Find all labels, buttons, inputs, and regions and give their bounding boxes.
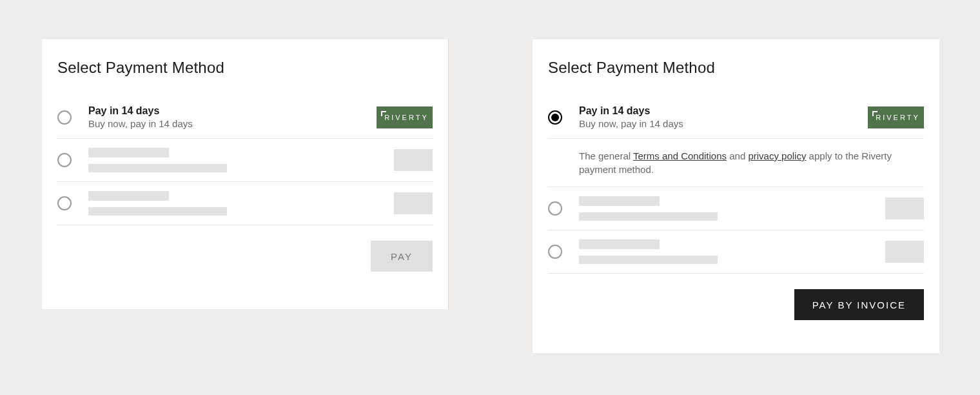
placeholder-badge [394,192,433,214]
placeholder-title-skeleton [579,196,660,206]
placeholder-title-skeleton [88,191,169,201]
radio-unchecked-icon[interactable] [57,110,72,125]
riverty-badge: RIVERTY [868,106,924,128]
payment-option-text: Pay in 14 days Buy now, pay in 14 days [88,105,377,129]
panel-title: Select Payment Method [548,59,924,77]
placeholder-subtitle-skeleton [579,256,718,264]
privacy-link[interactable]: privacy policy [748,150,806,161]
panel-title: Select Payment Method [57,59,433,77]
consent-prefix: The general [579,150,633,161]
radio-unchecked-icon[interactable] [57,196,72,210]
riverty-corner-icon [381,111,386,116]
placeholder-badge [885,241,924,263]
placeholder-badge [394,149,433,171]
placeholder-text [88,191,394,216]
riverty-badge-label: RIVERTY [872,114,919,121]
radio-unchecked-icon[interactable] [57,153,72,167]
placeholder-text [579,239,885,264]
riverty-corner-icon [872,111,877,116]
panel-inner: Select Payment Method Pay in 14 days Buy… [533,39,939,336]
payment-option-text: Pay in 14 days Buy now, pay in 14 days [579,105,868,129]
payment-panel-selected: Select Payment Method Pay in 14 days Buy… [533,39,939,353]
payment-option-placeholder-row[interactable] [548,230,924,274]
consent-mid: and [727,150,748,161]
placeholder-text [579,196,885,221]
riverty-badge: RIVERTY [377,106,433,128]
payment-option-row[interactable]: Pay in 14 days Buy now, pay in 14 days R… [57,96,433,139]
placeholder-title-skeleton [579,239,660,249]
panel-footer: PAY BY INVOICE [548,274,924,320]
radio-unchecked-icon[interactable] [548,201,562,216]
consent-text: The general Terms and Conditions and pri… [548,139,924,187]
placeholder-badge [885,198,924,219]
placeholder-subtitle-skeleton [88,164,227,172]
radio-unchecked-icon[interactable] [548,245,562,259]
payment-option-title: Pay in 14 days [88,105,377,117]
radio-checked-icon[interactable] [548,110,562,125]
panel-footer: PAY [57,225,433,272]
terms-link[interactable]: Terms and Conditions [633,150,727,161]
payment-option-title: Pay in 14 days [579,105,868,117]
pay-button[interactable]: PAY [371,241,433,272]
payment-panel-unselected: Select Payment Method Pay in 14 days Buy… [42,39,449,309]
placeholder-title-skeleton [88,148,169,157]
payment-option-row[interactable]: Pay in 14 days Buy now, pay in 14 days R… [548,96,924,139]
pay-by-invoice-button[interactable]: PAY BY INVOICE [794,289,924,320]
placeholder-subtitle-skeleton [88,207,227,216]
riverty-badge-label: RIVERTY [380,114,428,121]
payment-option-placeholder-row[interactable] [548,187,924,230]
placeholder-text [88,148,394,172]
payment-option-placeholder-row[interactable] [57,182,433,225]
payment-option-subtitle: Buy now, pay in 14 days [579,118,868,129]
payment-option-placeholder-row[interactable] [57,139,433,182]
placeholder-subtitle-skeleton [579,212,718,221]
payment-option-subtitle: Buy now, pay in 14 days [88,118,377,129]
panel-inner: Select Payment Method Pay in 14 days Buy… [42,39,448,287]
